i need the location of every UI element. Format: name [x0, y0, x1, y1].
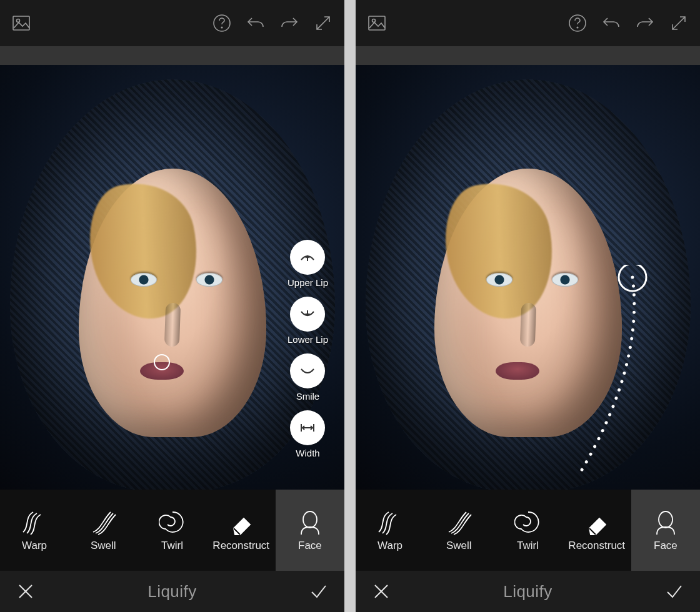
svg-point-4 [303, 511, 317, 528]
eraser-icon [583, 508, 611, 536]
face-icon [652, 508, 679, 536]
face-icon [296, 508, 324, 536]
swell-icon [89, 508, 117, 536]
lower-lip-icon [298, 304, 318, 324]
tool-face[interactable]: Face [631, 490, 700, 571]
upper-lip-icon [298, 247, 318, 267]
close-icon [16, 582, 35, 601]
svg-point-6 [372, 19, 376, 22]
tool-label: Reconstruct [568, 540, 625, 552]
tool-label: Twirl [517, 540, 539, 552]
face-options-panel: Upper Lip Lower Lip Smile Width [288, 240, 328, 458]
confirm-button[interactable] [665, 582, 684, 601]
confirm-button[interactable] [309, 582, 328, 601]
swell-icon [445, 508, 472, 536]
warp-icon [21, 508, 48, 536]
option-label: Lower Lip [288, 334, 328, 345]
screen-title: Liquify [148, 582, 197, 601]
svg-rect-5 [369, 16, 385, 30]
sub-toolbar [0, 46, 344, 65]
svg-point-8 [577, 27, 578, 28]
cancel-button[interactable] [16, 582, 35, 601]
app-screen-right: Warp Swell Twirl Reconstruct Face [356, 0, 700, 612]
svg-point-1 [17, 19, 20, 22]
tool-swell[interactable]: Swell [424, 490, 493, 571]
undo-icon[interactable] [600, 12, 622, 34]
option-upper-lip[interactable]: Upper Lip [288, 240, 328, 288]
option-label: Width [296, 448, 319, 458]
image-thumbnail-icon[interactable] [366, 12, 388, 34]
tool-label: Face [654, 540, 678, 552]
fullscreen-icon[interactable] [312, 12, 334, 34]
image-canvas[interactable]: Upper Lip Lower Lip Smile Width [0, 65, 344, 490]
help-icon[interactable] [211, 12, 233, 34]
image-thumbnail-icon[interactable] [10, 12, 32, 34]
tool-warp[interactable]: Warp [356, 490, 424, 571]
lip-selection-marker[interactable] [154, 354, 170, 370]
tool-reconstruct[interactable]: Reconstruct [562, 490, 631, 571]
twirl-icon [514, 508, 542, 536]
bottom-bar: Liquify [356, 571, 700, 612]
option-width[interactable]: Width [290, 410, 325, 458]
option-lower-lip[interactable]: Lower Lip [288, 297, 328, 345]
option-label: Smile [296, 391, 320, 402]
tool-label: Warp [22, 540, 47, 552]
twirl-icon [159, 508, 186, 536]
help-icon[interactable] [566, 12, 589, 34]
width-icon [298, 418, 318, 438]
tool-label: Warp [378, 540, 402, 552]
tool-toolbar: Warp Swell Twirl Reconstruct Face [356, 490, 700, 571]
warp-icon [376, 508, 404, 536]
tool-twirl[interactable]: Twirl [138, 490, 206, 571]
tool-reconstruct[interactable]: Reconstruct [207, 490, 276, 571]
tool-label: Swell [91, 540, 116, 552]
eraser-icon [228, 508, 255, 536]
tool-label: Face [298, 540, 322, 552]
tool-label: Reconstruct [212, 540, 269, 552]
svg-rect-0 [13, 16, 29, 30]
top-toolbar [0, 0, 344, 46]
tool-label: Swell [446, 540, 472, 552]
undo-icon[interactable] [244, 12, 267, 34]
tool-twirl[interactable]: Twirl [493, 490, 562, 571]
sub-toolbar [356, 46, 700, 65]
checkmark-icon [309, 582, 328, 601]
app-screen-left: Upper Lip Lower Lip Smile Width [0, 0, 344, 612]
cancel-button[interactable] [372, 582, 391, 601]
tool-label: Twirl [161, 540, 183, 552]
tool-swell[interactable]: Swell [69, 490, 138, 571]
close-icon [372, 582, 391, 601]
tool-toolbar: Warp Swell Twirl Reconstruct Face [0, 490, 344, 571]
tool-warp[interactable]: Warp [0, 490, 69, 571]
option-label: Upper Lip [288, 277, 328, 288]
svg-point-3 [221, 27, 222, 28]
redo-icon[interactable] [634, 12, 656, 34]
fullscreen-icon[interactable] [668, 12, 690, 34]
tool-face[interactable]: Face [276, 490, 344, 571]
bottom-bar: Liquify [0, 571, 344, 612]
top-toolbar [356, 0, 700, 46]
smile-icon [298, 361, 318, 381]
option-smile[interactable]: Smile [290, 353, 325, 402]
checkmark-icon [665, 582, 684, 601]
redo-icon[interactable] [278, 12, 301, 34]
screen-title: Liquify [503, 582, 552, 601]
image-canvas[interactable] [356, 65, 700, 490]
svg-point-10 [659, 511, 672, 528]
